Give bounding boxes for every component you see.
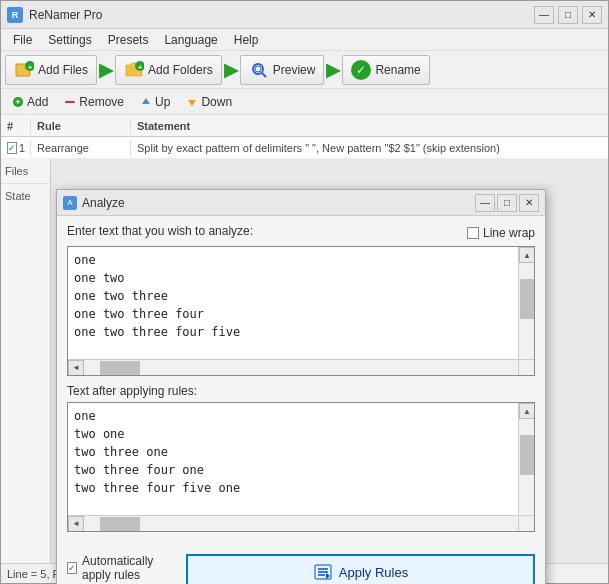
add-folders-icon: + [124, 60, 144, 80]
analyze-dialog: A Analyze — □ ✕ Enter text that you wish… [56, 189, 546, 584]
svg-text:+: + [138, 62, 143, 71]
output-scrollbar-horizontal[interactable]: ◄ [68, 515, 518, 531]
output-label: Text after applying rules: [67, 384, 197, 398]
check-options: ✓ Automatically apply rules ✓ Apply rule… [67, 554, 176, 584]
output-scroll-thumb-v[interactable] [520, 435, 534, 475]
add-label: Add [27, 95, 48, 109]
rename-label: Rename [375, 63, 420, 77]
row-num: ✓ 1 [1, 140, 31, 156]
apply-rules-label: Apply Rules [339, 565, 408, 580]
dialog-title: Analyze [82, 196, 125, 210]
preview-label: Preview [273, 63, 316, 77]
input-label-row: Enter text that you wish to analyze: Lin… [67, 224, 535, 242]
input-scrollbar-horizontal[interactable]: ◄ [68, 359, 518, 375]
output-text-content: one two one two three one two three four… [68, 403, 534, 531]
line-wrap-check[interactable]: Line wrap [467, 226, 535, 240]
app-title: ReNamer Pro [29, 8, 102, 22]
apply-rules-button[interactable]: Apply Rules [186, 554, 535, 584]
dialog-maximize-button[interactable]: □ [497, 194, 517, 212]
menu-bar: File Settings Presets Language Help [1, 29, 608, 51]
output-scroll-left-arrow[interactable]: ◄ [68, 516, 84, 532]
output-scrollbar-vertical[interactable]: ▲ [518, 403, 534, 515]
bottom-row: ✓ Automatically apply rules ✓ Apply rule… [67, 554, 535, 584]
svg-point-7 [255, 66, 261, 72]
dialog-controls: — □ ✕ [475, 194, 539, 212]
svg-line-6 [262, 73, 266, 77]
preview-button[interactable]: Preview [240, 55, 325, 85]
add-folders-button[interactable]: + Add Folders [115, 55, 222, 85]
down-button[interactable]: Down [179, 93, 239, 111]
title-bar-left: R ReNamer Pro [7, 7, 102, 23]
output-scrollbar-corner [518, 515, 534, 531]
add-folders-label: Add Folders [148, 63, 213, 77]
svg-marker-12 [188, 100, 196, 106]
col-num-header: # [1, 118, 31, 134]
content-area: Files State A Analyze — □ ✕ [1, 159, 608, 563]
svg-marker-17 [326, 573, 330, 579]
input-text-area[interactable]: one one two one two three one two three … [67, 246, 535, 376]
add-files-button[interactable]: + Add Files [5, 55, 97, 85]
menu-presets[interactable]: Presets [100, 31, 157, 49]
app-icon: R [7, 7, 23, 23]
output-scroll-up-arrow[interactable]: ▲ [519, 403, 535, 419]
add-files-label: Add Files [38, 63, 88, 77]
maximize-button[interactable]: □ [558, 6, 578, 24]
sub-toolbar: + Add Remove Up Down [1, 89, 608, 115]
auto-apply-label: Automatically apply rules [82, 554, 176, 582]
menu-help[interactable]: Help [226, 31, 267, 49]
dialog-close-button[interactable]: ✕ [519, 194, 539, 212]
auto-apply-checkbox[interactable]: ✓ [67, 562, 77, 574]
menu-language[interactable]: Language [156, 31, 225, 49]
table-row[interactable]: ✓ 1 Rearrange Split by exact pattern of … [1, 137, 608, 159]
add-rule-button[interactable]: + Add [5, 93, 55, 111]
rename-button[interactable]: ✓ Rename [342, 55, 429, 85]
row-checkbox[interactable]: ✓ [7, 142, 17, 154]
table-header: # Rule Statement [1, 115, 608, 137]
svg-text:+: + [15, 97, 20, 107]
scrollbar-corner [518, 359, 534, 375]
rename-icon: ✓ [351, 60, 371, 80]
arrow1-icon: ▶ [99, 59, 113, 81]
minimize-button[interactable]: — [534, 6, 554, 24]
svg-rect-10 [65, 101, 75, 103]
output-label-row: Text after applying rules: [67, 384, 535, 398]
dialog-minimize-button[interactable]: — [475, 194, 495, 212]
col-statement-header: Statement [131, 118, 608, 134]
scroll-thumb-v[interactable] [520, 279, 534, 319]
up-button[interactable]: Up [133, 93, 177, 111]
add-files-icon: + [14, 60, 34, 80]
dialog-bottom: ✓ Automatically apply rules ✓ Apply rule… [57, 548, 545, 584]
auto-apply-row[interactable]: ✓ Automatically apply rules [67, 554, 176, 582]
down-label: Down [201, 95, 232, 109]
main-window: R ReNamer Pro — □ ✕ File Settings Preset… [0, 0, 609, 584]
input-scrollbar-vertical[interactable]: ▲ [518, 247, 534, 359]
title-bar: R ReNamer Pro — □ ✕ [1, 1, 608, 29]
row-statement: Split by exact pattern of delimiters " "… [131, 140, 608, 156]
scroll-thumb-h[interactable] [100, 361, 140, 375]
line-wrap-label: Line wrap [483, 226, 535, 240]
apply-rules-icon [313, 562, 333, 582]
dialog-title-left: A Analyze [63, 196, 125, 210]
scroll-up-arrow[interactable]: ▲ [519, 247, 535, 263]
input-label: Enter text that you wish to analyze: [67, 224, 253, 238]
input-text-content: one one two one two three one two three … [68, 247, 534, 375]
menu-file[interactable]: File [5, 31, 40, 49]
dialog-title-bar: A Analyze — □ ✕ [57, 190, 545, 216]
remove-label: Remove [79, 95, 124, 109]
col-rule-header: Rule [31, 118, 131, 134]
remove-rule-button[interactable]: Remove [57, 93, 131, 111]
main-toolbar: + Add Files ▶ + Add Folders ▶ [1, 51, 608, 89]
arrow3-icon: ▶ [326, 59, 340, 81]
up-label: Up [155, 95, 170, 109]
arrow2-icon: ▶ [224, 59, 238, 81]
scroll-left-arrow[interactable]: ◄ [68, 360, 84, 376]
output-scroll-thumb-h[interactable] [100, 517, 140, 531]
menu-settings[interactable]: Settings [40, 31, 99, 49]
line-wrap-checkbox[interactable] [467, 227, 479, 239]
preview-icon [249, 60, 269, 80]
close-button[interactable]: ✕ [582, 6, 602, 24]
output-text-area: one two one two three one two three four… [67, 402, 535, 532]
row-rule: Rearrange [31, 140, 131, 156]
dialog-overlay: A Analyze — □ ✕ Enter text that you wish… [1, 159, 608, 563]
title-controls: — □ ✕ [534, 6, 602, 24]
